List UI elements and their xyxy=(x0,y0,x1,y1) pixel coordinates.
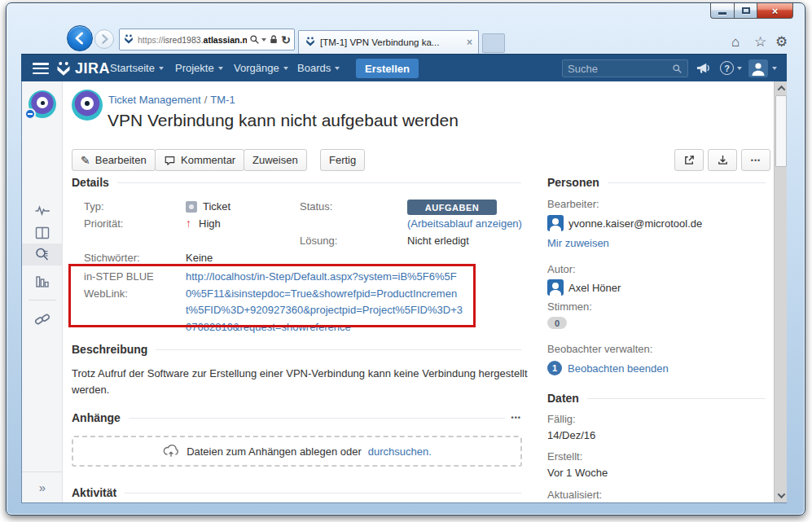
forward-button[interactable] xyxy=(94,29,114,49)
project-type-badge xyxy=(24,108,36,120)
description-text: Trotz Aufruf der Software zur Erstellung… xyxy=(72,366,532,398)
chevron-down-icon xyxy=(772,67,777,70)
nav-item-boards[interactable]: Boards xyxy=(297,62,340,74)
type-value: Ticket xyxy=(203,200,230,213)
assign-button[interactable]: Zuweisen xyxy=(244,149,307,171)
collapse-icon: » xyxy=(39,480,46,494)
refresh-icon[interactable]: ↻ xyxy=(281,33,291,46)
assignee-avatar xyxy=(547,215,564,231)
scroll-down-button[interactable] xyxy=(775,489,788,502)
sidebar-divider xyxy=(29,300,56,300)
site-favicon xyxy=(123,34,134,46)
scroll-up-button[interactable] xyxy=(775,81,788,95)
share-button[interactable] xyxy=(674,149,704,171)
chevron-down-icon xyxy=(737,67,742,70)
share-icon xyxy=(683,154,696,166)
done-button[interactable]: Fertig xyxy=(320,149,365,171)
sidebar-item-issue-search-active[interactable] xyxy=(22,243,63,265)
app-switcher-menu-icon[interactable] xyxy=(33,63,49,74)
address-dropdown-icon[interactable] xyxy=(261,38,266,42)
reporter-name: Axel Höner xyxy=(568,282,621,294)
user-profile-menu[interactable] xyxy=(748,59,777,77)
close-button[interactable]: × xyxy=(757,3,793,19)
nav-item-vorgaenge[interactable]: Vorgänge xyxy=(234,62,288,74)
project-sidebar: » xyxy=(22,81,63,502)
stop-watching-link[interactable]: Beobachten beenden xyxy=(568,362,669,375)
home-icon[interactable]: ⌂ xyxy=(731,35,740,49)
minimize-button[interactable] xyxy=(710,3,735,19)
pencil-icon: ✎ xyxy=(81,154,90,167)
quick-search xyxy=(562,59,688,77)
status-label: Status: xyxy=(300,200,332,213)
watchers-count-badge[interactable]: 1 xyxy=(547,361,562,375)
maximize-button[interactable] xyxy=(735,3,757,19)
nav-item-startseite[interactable]: Startseite xyxy=(110,62,164,74)
resolution-value: Nicht erledigt xyxy=(407,235,469,247)
page-scrollbar[interactable] xyxy=(774,81,787,502)
updated-label: Aktualisiert: xyxy=(547,489,602,501)
watchers-label: Beobachter verwalten: xyxy=(547,343,652,355)
new-tab-button[interactable] xyxy=(482,33,505,53)
back-button[interactable] xyxy=(67,25,93,51)
help-menu[interactable]: ? xyxy=(720,61,742,75)
details-section-header: Details xyxy=(72,176,521,189)
description-section-header: Beschreibung xyxy=(72,343,521,356)
board-columns-icon[interactable] xyxy=(34,225,50,244)
search-icon[interactable] xyxy=(249,34,260,45)
favorites-star-icon[interactable]: ☆ xyxy=(754,35,766,49)
reports-bar-chart-icon[interactable] xyxy=(34,274,50,293)
nav-item-projekte[interactable]: Projekte xyxy=(175,62,223,74)
address-bar[interactable]: https://isred1983.atlassian.net/br ↻ xyxy=(119,29,295,50)
activity-pulse-icon[interactable] xyxy=(34,202,50,222)
issue-type-icon xyxy=(186,201,197,213)
dates-section-header: Daten xyxy=(547,392,766,405)
more-actions-button[interactable]: ••• xyxy=(741,149,770,171)
edit-button[interactable]: ✎ Bearbeiten xyxy=(72,149,156,171)
export-button[interactable] xyxy=(708,149,737,171)
breadcrumb-project-link[interactable]: Ticket Management xyxy=(108,94,201,106)
forward-arrow-icon xyxy=(99,33,110,45)
links-chain-icon[interactable] xyxy=(34,311,50,331)
workflow-link[interactable]: (Arbeitsablauf anzeigen) xyxy=(407,217,522,230)
chevron-down-icon xyxy=(283,67,288,70)
jira-navbar: JIRA Startseite Projekte Vorgänge Boards… xyxy=(21,54,787,81)
create-button[interactable]: Erstellen xyxy=(356,59,419,78)
jira-mark-icon xyxy=(55,61,72,77)
due-date-label: Fällig: xyxy=(547,413,576,425)
project-avatar[interactable] xyxy=(72,90,103,121)
browser-tab[interactable]: [TM-1] VPN Verbindung ka... × xyxy=(298,30,479,54)
settings-gear-icon[interactable]: ⚙ xyxy=(775,35,788,49)
chevron-down-icon xyxy=(777,490,785,498)
people-section-header: Personen xyxy=(547,176,766,189)
votes-count-badge[interactable]: 0 xyxy=(547,317,567,329)
back-arrow-icon xyxy=(72,31,87,46)
browse-link[interactable]: durchsuchen. xyxy=(368,445,432,458)
type-label: Typ: xyxy=(84,200,180,213)
status-badge: AUFGABEN xyxy=(407,200,497,215)
jira-logo[interactable]: JIRA xyxy=(55,60,110,77)
chevron-up-icon xyxy=(777,86,785,94)
feedback-megaphone-icon[interactable] xyxy=(696,61,711,78)
comment-button[interactable]: Kommentar xyxy=(155,149,244,171)
sidebar-expand-control[interactable]: » xyxy=(22,472,63,502)
reporter-label: Autor: xyxy=(547,263,576,275)
comment-bubble-icon xyxy=(164,155,176,166)
assignee-label: Bearbeiter: xyxy=(547,198,599,210)
breadcrumb-issue-key-link[interactable]: TM-1 xyxy=(210,94,235,106)
search-input[interactable] xyxy=(568,63,672,75)
scrollbar-thumb[interactable] xyxy=(775,95,787,167)
assign-to-me-link[interactable]: Mir zuweisen xyxy=(547,237,609,249)
votes-label: Stimmen: xyxy=(547,300,592,313)
more-dots-icon: ••• xyxy=(751,156,761,164)
tab-close-icon[interactable]: × xyxy=(467,37,472,48)
lock-icon xyxy=(269,34,279,45)
resolution-label: Lösung: xyxy=(300,235,337,247)
export-download-icon xyxy=(717,154,729,166)
attachment-dropzone[interactable]: Dateien zum Anhängen ablegen oder durchs… xyxy=(72,436,522,467)
priority-value: High xyxy=(199,217,221,230)
jira-logo-text: JIRA xyxy=(75,60,110,77)
attachments-more-icon[interactable]: ••• xyxy=(511,414,521,422)
help-icon: ? xyxy=(720,61,734,75)
issue-title: VPN Verbindung kann nicht aufgebaut werd… xyxy=(108,111,459,130)
maximize-icon xyxy=(742,7,750,14)
